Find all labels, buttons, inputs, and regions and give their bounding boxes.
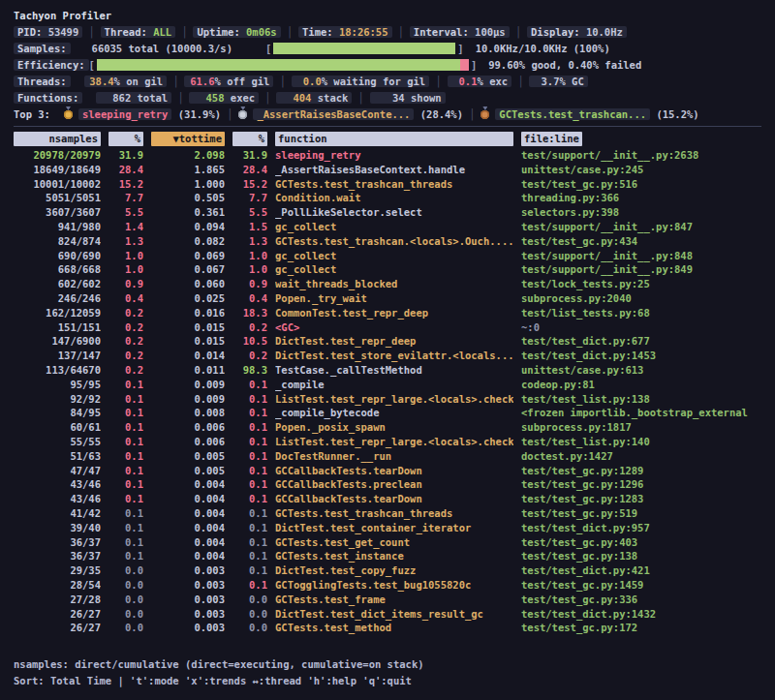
efficiency-label: Efficiency: [14,59,89,71]
cell-pct1: 5.5 [108,205,143,220]
cell-file: unittest/case.py:613 [521,363,761,378]
cell-pct2: 0.1 [232,477,267,492]
cell-function: _compile_bytecode [275,406,513,420]
cell-function: Popen._posix_spawn [275,420,513,435]
cell-file: test/support/__init__.py:848 [521,249,761,263]
cell-file: test/test_gc.py:138 [521,549,761,563]
cell-tottime: 0.005 [151,464,225,478]
cell-function: wait_threads_blocked [275,277,513,291]
samples-rate: 10.0KHz/10.0KHz (100%) [476,43,610,54]
column-header-file-line[interactable]: file:line [521,132,761,147]
cell-pct2: 1.0 [232,249,267,263]
table-row: 84/950.10.0080.1_compile_bytecode<frozen… [0,406,775,420]
cell-pct1: 28.4 [108,163,143,177]
cell-file: test/test_list.py:140 [521,435,761,449]
cell-nsamples: 84/95 [14,406,101,420]
threads-gc: 3.7% GC [529,76,587,87]
section-divider [14,126,761,127]
silver-medal-icon [238,110,247,119]
thread-field[interactable]: Thread: ALL [101,26,176,38]
table-row: 690/6901.00.0691.0gc_collecttest/support… [0,249,775,263]
cell-function: TestCase._callTestMethod [275,363,513,378]
table-row: 41/420.10.0040.1GCTests.test_trashcan_th… [0,506,775,521]
table-row: 27/280.00.0030.0GCTests.test_frametest/t… [0,593,775,607]
cell-pct2: 0.1 [232,449,267,464]
cell-pct2: 1.0 [232,262,267,277]
thread-value: ALL [153,26,171,38]
profiler-terminal: Tachyon Profiler PID: 53499│Thread: ALL│… [0,0,775,700]
table-row: 92/920.10.0090.1ListTest.test_repr_large… [0,392,775,407]
cell-tottime: 0.015 [151,334,225,349]
cell-file: test/test_gc.py:336 [521,593,761,607]
cell-tottime: 0.016 [151,306,225,320]
cell-nsamples: 20978/20979 [14,148,101,163]
efficiency-bar [97,59,469,71]
cell-file: test/test_gc.py:516 [521,177,761,192]
cell-tottime: 0.004 [151,506,225,521]
header-section: Tachyon Profiler PID: 53499│Thread: ALL│… [0,0,775,123]
cell-pct2: 0.1 [232,563,267,578]
cell-file: test/test_gc.py:434 [521,234,761,249]
bracket-glyph: [ [89,59,95,71]
column-header-function[interactable]: function [275,132,513,147]
cell-tottime: 0.082 [151,234,225,249]
table-row: 36/370.10.0040.1GCTests.test_instancetes… [0,549,775,563]
cell-nsamples: 41/42 [14,506,101,521]
cell-pct1: 0.1 [108,521,143,535]
cell-file: test/test_dict.py:1432 [521,607,761,622]
table-row: 60/610.10.0060.1Popen._posix_spawnsubpro… [0,420,775,435]
cell-pct2: 0.1 [232,492,267,506]
cell-nsamples: 26/27 [14,607,101,622]
column-header-percent-cumulative[interactable]: % [232,132,267,147]
separator: │ [469,108,475,120]
cell-file: test/support/__init__.py:849 [521,262,761,277]
cell-pct1: 0.1 [108,492,143,506]
cell-pct2: 1.3 [232,234,267,249]
cell-nsamples: 18649/18649 [14,163,101,177]
table-row: 95/950.10.0090.1_compilecodeop.py:81 [0,378,775,392]
top3-pct-3: (15.2%) [656,108,698,120]
bracket-glyph: ] [471,59,477,71]
cell-tottime: 0.015 [151,320,225,335]
time-field: Time: 18:26:55 [298,26,392,38]
cell-tottime: 0.361 [151,205,225,220]
cell-pct2: 0.1 [232,506,267,521]
column-header-percent-direct[interactable]: % [108,132,143,147]
cell-pct2: 18.3 [232,306,267,320]
column-header-nsamples[interactable]: nsamples [14,132,101,147]
cell-pct1: 15.2 [108,177,143,192]
threads-waiting-gil: 0.0% waiting for gil [292,76,429,87]
cell-file: test/test_dict.py:421 [521,563,761,578]
cell-pct1: 1.0 [108,262,143,277]
cell-file: test/test_gc.py:1289 [521,464,761,478]
cell-nsamples: 668/668 [14,262,101,277]
cell-tottime: 0.003 [151,593,225,607]
uptime-value: 0m06s [246,26,277,38]
cell-pct2: 31.9 [232,148,267,163]
table-row: 3607/36075.50.3615.5_PollLikeSelector.se… [0,205,775,220]
footer-legend: nsamples: direct/cumulative (direct=exec… [14,656,761,673]
top3-entry-1: sleeping_retry (31.9%) [64,108,221,120]
table-row: 20978/2097931.92.09831.9sleeping_retryte… [0,148,775,163]
cell-function: Popen._try_wait [275,291,513,306]
gold-medal-icon [64,110,73,119]
cell-pct2: 0.2 [232,320,267,335]
cell-nsamples: 36/37 [14,549,101,563]
cell-function: ListTest.test_repr_large.<locals>.check [275,435,513,449]
cell-function: GCTests.test_trashcan.<locals>.Ouch.... [275,234,513,249]
time-value: 18:26:55 [339,26,388,38]
cell-file: test/test_dict.py:1453 [521,349,761,363]
cell-function: GCCallbackTests.preclean [275,477,513,492]
cell-pct1: 0.1 [108,392,143,407]
cell-function: GCTests.test_trashcan_threads [275,506,513,521]
cell-pct2: 0.0 [232,607,267,622]
uptime-field: Uptime: 0m06s [193,26,280,38]
functions-line: Functions:862 total│458 exec│404 stack│3… [14,90,761,107]
column-header-tottime-sorted[interactable]: ▼tottime [151,132,225,147]
table-row: 941/9801.40.0941.5gc_collecttest/support… [0,220,775,234]
cell-tottime: 0.003 [151,621,225,635]
separator: │ [279,76,285,87]
cell-file: test/lock_tests.py:25 [521,277,761,291]
cell-file: subprocess.py:2040 [521,291,761,306]
table-row: 51/630.10.0050.1DocTestRunner.__rundocte… [0,449,775,464]
